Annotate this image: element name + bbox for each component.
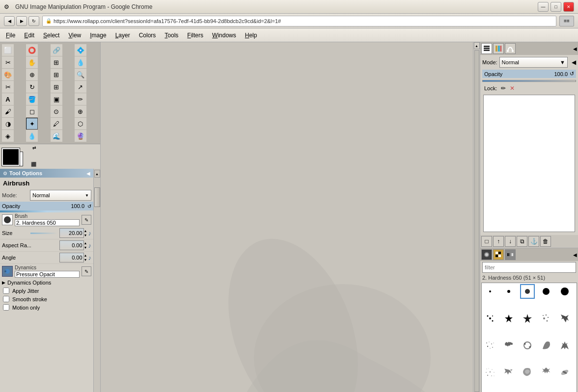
tool-smudge[interactable]: ◈ (2, 130, 14, 142)
back-button[interactable]: ◀ (4, 16, 15, 26)
angle-arrows[interactable]: ▲ ▼ (84, 253, 87, 262)
tool-gradient[interactable]: ▣ (51, 93, 62, 105)
lock-alpha-icon[interactable]: ✕ (510, 85, 515, 92)
brush-panel-expand[interactable]: ◀ (573, 252, 577, 258)
brush-cell-5[interactable] (557, 284, 572, 299)
browser-menu-button[interactable]: ≡≡ (559, 16, 574, 26)
anchor-layer-button[interactable]: ⚓ (528, 236, 539, 247)
brush-cell-17[interactable] (501, 365, 516, 380)
menu-layer[interactable]: Layer (111, 30, 134, 40)
maximize-button[interactable]: □ (550, 2, 561, 12)
mode-dropdown-right[interactable]: Normal ▼ (499, 57, 568, 68)
brush-cell-7[interactable] (501, 311, 516, 326)
brush-cell-15[interactable] (557, 338, 572, 353)
brush-cell-12[interactable] (501, 338, 516, 353)
menu-windows[interactable]: Windows (208, 30, 240, 40)
tool-color-pick[interactable]: 🔍 (75, 69, 86, 80)
tool-ellipse-select[interactable]: ⭕ (26, 44, 38, 56)
tool-desaturate[interactable]: 🔮 (75, 130, 86, 142)
brush-cell-13[interactable] (520, 338, 535, 353)
tool-move2[interactable]: ⊕ (26, 69, 38, 80)
tool-paintbrush[interactable]: 🖌 (2, 105, 14, 117)
duplicate-layer-button[interactable]: ⧉ (517, 236, 527, 247)
size-input[interactable] (59, 228, 84, 238)
opacity-reset-right[interactable]: ↺ (570, 71, 574, 77)
tool-crop[interactable]: ✂ (2, 81, 14, 93)
tool-rect-select[interactable]: ⬜ (2, 44, 14, 56)
menu-colors[interactable]: Colors (135, 30, 160, 40)
aspect-input[interactable] (59, 240, 84, 250)
layers-list[interactable] (483, 95, 575, 232)
tool-align[interactable]: ⊞ (51, 56, 62, 68)
tool-shear[interactable]: ↗ (75, 81, 86, 93)
brush-cell-19[interactable] (539, 365, 553, 380)
tab-patterns[interactable] (493, 249, 504, 260)
brush-cell-9[interactable] (539, 311, 553, 326)
menu-select[interactable]: Select (39, 30, 63, 40)
menu-tools[interactable]: Tools (161, 30, 182, 40)
lock-pixels-icon[interactable]: ✏ (501, 85, 506, 92)
brush-cell-10[interactable] (557, 311, 572, 326)
brush-cell-1[interactable] (483, 284, 497, 299)
size-arrows[interactable]: ▲ ▼ (84, 229, 87, 237)
scrollbar-up[interactable]: ▲ (94, 170, 100, 178)
menu-help[interactable]: Help (241, 30, 261, 40)
tool-pencil[interactable]: ✏ (75, 93, 86, 105)
brush-cell-4[interactable] (539, 284, 553, 299)
tool-rotate[interactable]: ↻ (26, 81, 38, 93)
angle-input[interactable] (59, 253, 84, 262)
brush-cell-20[interactable] (557, 365, 572, 380)
tool-text[interactable]: A (2, 93, 14, 105)
aspect-arrows[interactable]: ▲ ▼ (84, 241, 87, 250)
angle-reset[interactable]: ♪ (88, 254, 92, 261)
brush-name-input[interactable] (15, 219, 80, 226)
tool-free-select[interactable]: 🔗 (51, 44, 62, 56)
panel-expand-button[interactable]: ◀ (573, 46, 577, 52)
scrollbar-thumb[interactable] (94, 187, 100, 207)
tool-eraser[interactable]: ◻ (26, 105, 38, 117)
tool-clone[interactable]: ⊙ (51, 105, 62, 117)
new-layer-button[interactable]: □ (481, 236, 492, 247)
smooth-stroke-checkbox[interactable] (3, 296, 9, 302)
tab-layers[interactable] (481, 43, 492, 54)
tab-gradients[interactable] (505, 249, 516, 260)
aspect-reset[interactable]: ♪ (88, 242, 92, 249)
tool-scale[interactable]: ⊞ (51, 81, 62, 93)
brush-cell-11[interactable] (483, 338, 497, 353)
panel-collapse-button[interactable]: ◀ (86, 171, 90, 176)
size-slider[interactable] (30, 233, 57, 234)
refresh-button[interactable]: ↻ (28, 16, 39, 26)
size-reset[interactable]: ♪ (88, 230, 92, 237)
tool-heal[interactable]: ⊕ (75, 105, 86, 117)
dynamics-edit-button[interactable]: ✎ (82, 266, 91, 276)
motion-only-checkbox[interactable] (3, 304, 9, 311)
brush-cell-18[interactable] (520, 365, 535, 380)
menu-view[interactable]: View (64, 30, 85, 40)
tool-transform[interactable]: ⊞ (51, 69, 62, 80)
dynamics-options-toggle[interactable]: ▶ Dynamics Options (0, 279, 93, 287)
menu-edit[interactable]: Edit (20, 30, 38, 40)
foreground-color[interactable] (2, 148, 20, 166)
forward-button[interactable]: ▶ (16, 16, 27, 26)
dynamics-input[interactable] (15, 271, 80, 278)
apply-jitter-checkbox[interactable] (3, 287, 9, 294)
mode-dropdown[interactable]: Normal ▼ (30, 190, 91, 201)
swap-colors-icon[interactable]: ⇄ (32, 145, 36, 150)
delete-layer-button[interactable]: 🗑 (540, 236, 551, 247)
tool-eyedropper[interactable]: 💧 (75, 56, 86, 68)
tool-move[interactable]: ✋ (26, 56, 38, 68)
brush-cell-14[interactable] (539, 338, 553, 353)
opacity-reset-button[interactable]: ↺ (87, 204, 91, 209)
brush-cell-3-selected[interactable] (520, 284, 535, 299)
close-button[interactable]: ✕ (563, 2, 574, 12)
v-scrollbar-track-canvas[interactable] (474, 50, 479, 392)
brush-cell-6[interactable] (483, 311, 497, 326)
opacity-slider-right[interactable] (482, 80, 576, 82)
mode-expand-button[interactable]: ◀ (572, 59, 576, 66)
raise-layer-button[interactable]: ↑ (493, 236, 504, 247)
tool-dodge[interactable]: ◑ (2, 118, 14, 130)
menu-image[interactable]: Image (86, 30, 110, 40)
lower-layer-button[interactable]: ↓ (505, 236, 516, 247)
tool-options-scrollbar[interactable]: ▲ ▼ (93, 169, 100, 392)
tab-channels[interactable] (493, 43, 504, 54)
